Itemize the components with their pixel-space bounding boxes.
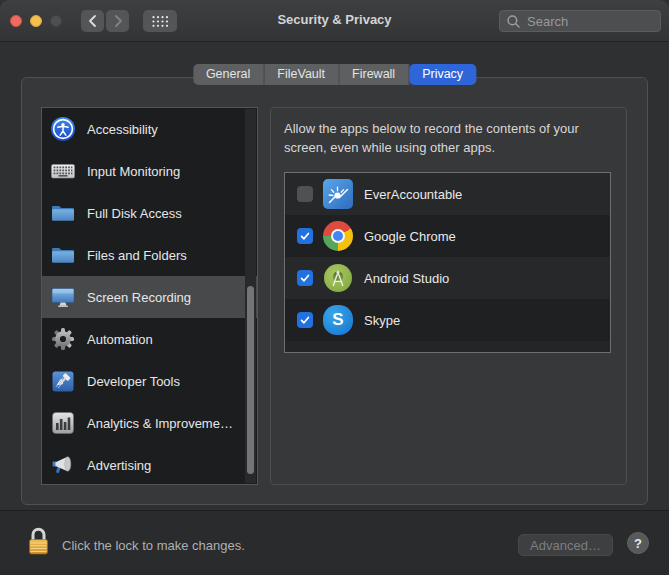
sidebar-item-developer-tools[interactable]: Developer Tools xyxy=(42,360,257,402)
bar-chart-icon xyxy=(50,410,76,436)
search-icon xyxy=(506,14,521,29)
security-privacy-window: Security & Privacy General FileVault Fir… xyxy=(0,0,669,575)
app-row-android-studio[interactable]: Android Studio xyxy=(285,257,610,299)
accessibility-icon xyxy=(50,116,76,142)
app-name: Skype xyxy=(364,313,400,328)
search-field[interactable] xyxy=(499,10,661,32)
tab-firewall[interactable]: Firewall xyxy=(339,64,409,85)
android-studio-icon xyxy=(322,262,354,294)
app-name: Google Chrome xyxy=(364,229,456,244)
tab-bar: General FileVault Firewall Privacy xyxy=(193,64,476,85)
app-row-skype[interactable]: S Skype xyxy=(285,299,610,341)
skype-checkbox[interactable] xyxy=(297,312,313,328)
sidebar-item-files-and-folders[interactable]: Files and Folders xyxy=(42,234,257,276)
titlebar: Security & Privacy xyxy=(0,0,669,42)
lock-message: Click the lock to make changes. xyxy=(62,538,245,553)
panel-description: Allow the apps below to record the conte… xyxy=(284,119,616,157)
sidebar-item-label: Accessibility xyxy=(87,122,158,137)
google-chrome-checkbox[interactable] xyxy=(297,228,313,244)
sidebar-item-input-monitoring[interactable]: Input Monitoring xyxy=(42,150,257,192)
sidebar-item-advertising[interactable]: Advertising xyxy=(42,444,257,485)
sidebar-item-label: Advertising xyxy=(87,458,151,473)
app-row-everaccountable[interactable]: EverAccountable xyxy=(285,173,610,215)
sidebar-item-analytics[interactable]: Analytics & Improveme… xyxy=(42,402,257,444)
display-icon xyxy=(50,284,76,310)
sidebar-item-automation[interactable]: Automation xyxy=(42,318,257,360)
gear-icon xyxy=(50,326,76,352)
sidebar-item-label: Analytics & Improveme… xyxy=(87,416,233,431)
tab-privacy[interactable]: Privacy xyxy=(409,64,476,85)
lock-icon[interactable] xyxy=(26,524,51,563)
everaccountable-checkbox[interactable] xyxy=(297,186,313,202)
folder-icon xyxy=(50,242,76,268)
sidebar-item-screen-recording[interactable]: Screen Recording xyxy=(42,276,257,318)
sidebar-item-label: Screen Recording xyxy=(87,290,191,305)
app-list: EverAccountable Google Chrome xyxy=(284,172,611,353)
sidebar-item-label: Automation xyxy=(87,332,153,347)
footer-bar: Click the lock to make changes. Advanced… xyxy=(0,510,669,575)
tab-general[interactable]: General xyxy=(193,64,264,85)
sidebar-item-full-disk-access[interactable]: Full Disk Access xyxy=(42,192,257,234)
app-name: Android Studio xyxy=(364,271,449,286)
android-studio-checkbox[interactable] xyxy=(297,270,313,286)
skype-icon: S xyxy=(322,304,354,336)
sidebar-item-label: Developer Tools xyxy=(87,374,180,389)
keyboard-icon xyxy=(50,158,76,184)
folder-icon xyxy=(50,200,76,226)
advanced-button[interactable]: Advanced… xyxy=(518,534,613,556)
sidebar-scrollbar-track[interactable] xyxy=(245,109,256,483)
app-row-google-chrome[interactable]: Google Chrome xyxy=(285,215,610,257)
privacy-sidebar: Accessibility Input Monitoring xyxy=(41,107,258,485)
chrome-icon xyxy=(322,220,354,252)
screen-recording-panel: Allow the apps below to record the conte… xyxy=(270,107,627,485)
sidebar-item-label: Input Monitoring xyxy=(87,164,180,179)
app-name: EverAccountable xyxy=(364,187,462,202)
tab-filevault[interactable]: FileVault xyxy=(264,64,339,85)
hammer-icon xyxy=(50,368,76,394)
everaccountable-icon xyxy=(322,178,354,210)
help-button[interactable]: ? xyxy=(627,532,649,554)
sidebar-item-label: Full Disk Access xyxy=(87,206,182,221)
sidebar-scrollbar-thumb[interactable] xyxy=(247,286,254,474)
megaphone-icon xyxy=(50,452,76,478)
sidebar-item-accessibility[interactable]: Accessibility xyxy=(42,108,257,150)
search-input[interactable] xyxy=(525,13,654,30)
sidebar-item-label: Files and Folders xyxy=(87,248,187,263)
